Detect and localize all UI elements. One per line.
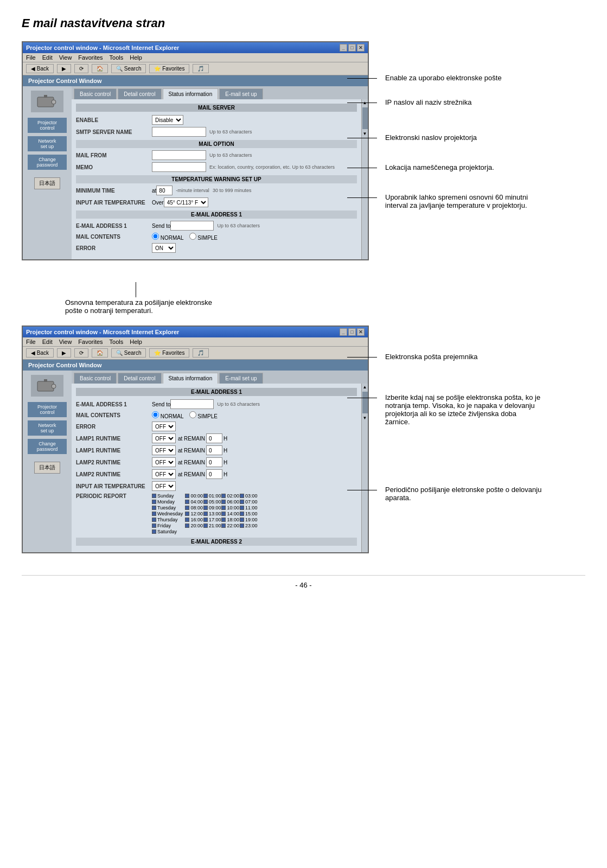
- b2-lamp1-rt2-input[interactable]: [206, 445, 222, 455]
- hour-2200[interactable]: 22:00: [221, 523, 239, 528]
- tab2-detail-control[interactable]: Detail control: [118, 373, 161, 384]
- language-btn-2[interactable]: 日本語: [34, 462, 60, 474]
- refresh-button-2[interactable]: ⟳: [74, 348, 88, 358]
- menu-file[interactable]: File: [26, 54, 36, 61]
- day-wednesday[interactable]: Wednesday: [152, 511, 183, 516]
- menu-view[interactable]: View: [59, 54, 72, 61]
- b2-simple-radio-label[interactable]: SIMPLE: [189, 411, 218, 419]
- hour-2100[interactable]: 21:00: [203, 523, 221, 528]
- search-toolbar-button-2[interactable]: 🔍 Search: [111, 348, 146, 358]
- hour-0300[interactable]: 03:00: [240, 493, 258, 499]
- favorites-toolbar-button-2[interactable]: ⭐ Favorites: [149, 348, 189, 358]
- error-select[interactable]: ON OFF: [152, 243, 176, 253]
- menu2-tools[interactable]: Tools: [110, 339, 124, 345]
- network-setup-btn[interactable]: Networkset up: [28, 136, 67, 151]
- hour-0600[interactable]: 06:00: [221, 499, 239, 505]
- hour-0800[interactable]: 08:00: [185, 505, 203, 510]
- back-button[interactable]: ◀ Back: [26, 64, 54, 73]
- hour-0900[interactable]: 09:00: [203, 505, 221, 510]
- b2-lamp1-rt1-select[interactable]: OFF: [152, 433, 176, 443]
- hour-1400[interactable]: 14:00: [221, 511, 239, 516]
- hour-2000[interactable]: 20:00: [185, 523, 203, 528]
- media-button-2[interactable]: 🎵: [193, 348, 209, 358]
- input-air-select[interactable]: 45° C/113° F: [164, 197, 208, 207]
- home-button-2[interactable]: 🏠: [92, 348, 108, 358]
- b2-lamp2-rt2-input[interactable]: [206, 469, 222, 479]
- back-button-2[interactable]: ◀ Back: [26, 348, 54, 358]
- scrollbar-1[interactable]: ▲ ▼: [361, 99, 368, 259]
- b2-lamp1-rt2-select[interactable]: OFF: [152, 445, 176, 455]
- language-btn[interactable]: 日本語: [34, 177, 60, 189]
- day-sunday[interactable]: Sunday: [152, 493, 183, 499]
- menu-tools[interactable]: Tools: [110, 54, 124, 61]
- tab-detail-control[interactable]: Detail control: [118, 88, 161, 99]
- normal-radio-label[interactable]: NORMAL: [152, 233, 184, 241]
- window-controls[interactable]: _ □ ✕: [340, 44, 365, 52]
- hour-0000[interactable]: 00:00: [185, 493, 203, 499]
- hour-1500[interactable]: 15:00: [240, 511, 258, 516]
- hour-0100[interactable]: 01:00: [203, 493, 221, 499]
- b2-simple-radio[interactable]: [189, 411, 196, 418]
- change-password-btn-2[interactable]: Changepassword: [28, 439, 67, 454]
- menu2-file[interactable]: File: [26, 339, 36, 345]
- tab-email-setup[interactable]: E-mail set up: [219, 88, 263, 99]
- menu2-view[interactable]: View: [59, 339, 72, 345]
- mail-from-input[interactable]: [152, 150, 206, 160]
- b2-lamp2-rt1-input[interactable]: [206, 457, 222, 467]
- menu2-favorites[interactable]: Favorites: [78, 339, 103, 345]
- projector-control-btn[interactable]: Projectorcontrol: [28, 118, 67, 133]
- hour-1700[interactable]: 17:00: [203, 517, 221, 522]
- menu2-help[interactable]: Help: [130, 339, 142, 345]
- scrollbar-thumb-1[interactable]: [362, 107, 368, 129]
- favorites-toolbar-button[interactable]: ⭐ Favorites: [149, 64, 189, 73]
- projector-control-btn-2[interactable]: Projectorcontrol: [28, 402, 67, 417]
- b2-normal-radio-label[interactable]: NORMAL: [152, 411, 184, 419]
- minimize-button[interactable]: _: [340, 44, 347, 52]
- day-thursday[interactable]: Thursday: [152, 517, 183, 522]
- menu-edit[interactable]: Edit: [42, 54, 53, 61]
- b2-lamp1-rt1-input[interactable]: [206, 433, 222, 443]
- window-controls-2[interactable]: _ □ ✕: [340, 328, 365, 336]
- normal-radio[interactable]: [152, 233, 159, 240]
- tab2-email-setup[interactable]: E-mail set up: [219, 373, 263, 384]
- day-friday[interactable]: Friday: [152, 523, 183, 528]
- hour-0700[interactable]: 07:00: [240, 499, 258, 505]
- hour-1300[interactable]: 13:00: [203, 511, 221, 516]
- minimize-button-2[interactable]: _: [340, 328, 347, 336]
- media-button[interactable]: 🎵: [193, 64, 209, 73]
- hour-1200[interactable]: 12:00: [185, 511, 203, 516]
- menu-help[interactable]: Help: [130, 54, 142, 61]
- day-tuesday[interactable]: Tuesday: [152, 505, 183, 510]
- menu-favorites[interactable]: Favorites: [78, 54, 103, 61]
- change-password-btn[interactable]: Changepassword: [28, 155, 67, 170]
- simple-radio-label[interactable]: SIMPLE: [189, 233, 218, 241]
- enable-select[interactable]: Disable Enable: [152, 115, 183, 125]
- b2-lamp2-rt2-select[interactable]: OFF: [152, 469, 176, 479]
- hour-0500[interactable]: 05:00: [203, 499, 221, 505]
- forward-button-2[interactable]: ▶: [57, 348, 71, 358]
- home-button[interactable]: 🏠: [92, 64, 108, 73]
- close-button-2[interactable]: ✕: [357, 328, 365, 336]
- simple-radio[interactable]: [189, 233, 196, 240]
- close-button[interactable]: ✕: [357, 44, 365, 52]
- b2-email-addr1-input[interactable]: [170, 399, 214, 409]
- day-monday[interactable]: Monday: [152, 499, 183, 505]
- tab-basic-control[interactable]: Basic control: [74, 88, 117, 99]
- b2-normal-radio[interactable]: [152, 411, 159, 418]
- hour-1100[interactable]: 11:00: [240, 505, 258, 510]
- memo-input[interactable]: [152, 162, 206, 172]
- email-addr1-input[interactable]: [170, 221, 214, 231]
- b2-error-select[interactable]: OFF ON: [152, 422, 176, 431]
- b2-input-air-select[interactable]: OFF: [152, 481, 176, 491]
- hour-1000[interactable]: 10:00: [221, 505, 239, 510]
- hour-1600[interactable]: 16:00: [185, 517, 203, 522]
- scrollbar-2[interactable]: ▲ ▼: [361, 384, 368, 552]
- forward-button[interactable]: ▶: [57, 64, 71, 73]
- hour-1900[interactable]: 19:00: [240, 517, 258, 522]
- hour-2300[interactable]: 23:00: [240, 523, 258, 528]
- smtp-input[interactable]: [152, 127, 206, 137]
- b2-lamp2-rt1-select[interactable]: OFF: [152, 457, 176, 467]
- hour-0200[interactable]: 02:00: [221, 493, 239, 499]
- maximize-button-2[interactable]: □: [348, 328, 356, 336]
- network-setup-btn-2[interactable]: Networkset up: [28, 420, 67, 436]
